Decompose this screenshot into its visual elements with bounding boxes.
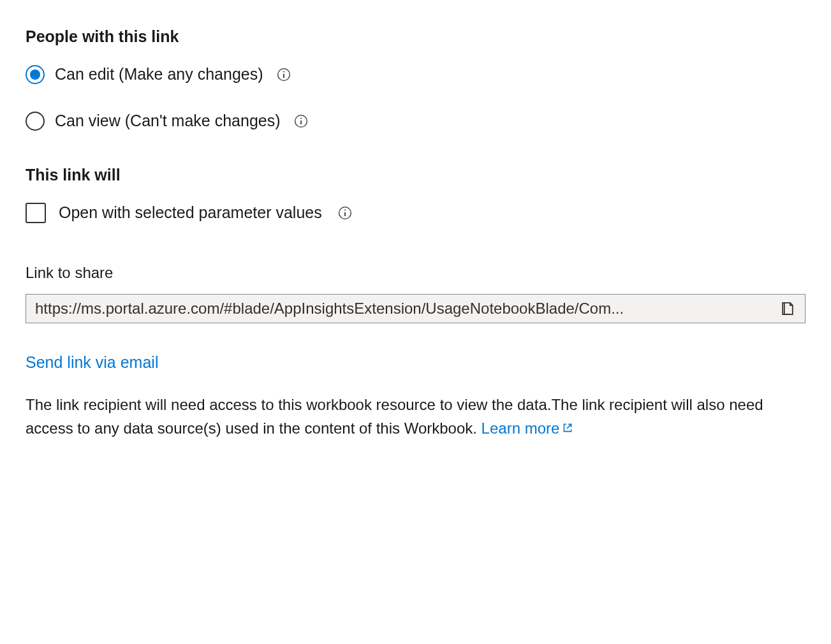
- checkbox-open-with-params[interactable]: Open with selected parameter values: [26, 201, 805, 224]
- radio-can-edit[interactable]: Can edit (Make any changes): [26, 63, 805, 85]
- info-icon[interactable]: [293, 113, 309, 129]
- info-icon[interactable]: [276, 67, 291, 82]
- checkbox-indicator: [26, 203, 46, 223]
- link-to-share-label: Link to share: [26, 262, 805, 284]
- external-link-icon: [562, 416, 573, 428]
- svg-point-7: [344, 209, 346, 210]
- svg-point-1: [283, 71, 284, 72]
- learn-more-link[interactable]: Learn more: [482, 420, 574, 437]
- access-note-text: The link recipient will need access to t…: [26, 396, 763, 437]
- link-field-wrapper: [26, 294, 805, 323]
- send-link-via-email[interactable]: Send link via email: [26, 351, 158, 374]
- radio-can-edit-label: Can edit (Make any changes): [55, 63, 263, 85]
- radio-indicator: [26, 65, 45, 84]
- radio-can-view[interactable]: Can view (Can't make changes): [26, 110, 805, 132]
- radio-can-view-label: Can view (Can't make changes): [55, 110, 281, 132]
- radio-dot: [30, 70, 40, 80]
- link-behavior-heading: This link will: [26, 164, 805, 186]
- share-url-input[interactable]: [35, 300, 772, 318]
- info-icon[interactable]: [337, 205, 353, 221]
- svg-point-4: [300, 117, 302, 119]
- checkbox-open-with-params-label: Open with selected parameter values: [59, 201, 322, 224]
- access-note: The link recipient will need access to t…: [26, 393, 805, 440]
- radio-indicator: [26, 112, 45, 131]
- copy-icon[interactable]: [779, 300, 796, 317]
- permissions-heading: People with this link: [26, 26, 805, 48]
- permissions-radio-group: Can edit (Make any changes) Can view (Ca…: [26, 63, 805, 132]
